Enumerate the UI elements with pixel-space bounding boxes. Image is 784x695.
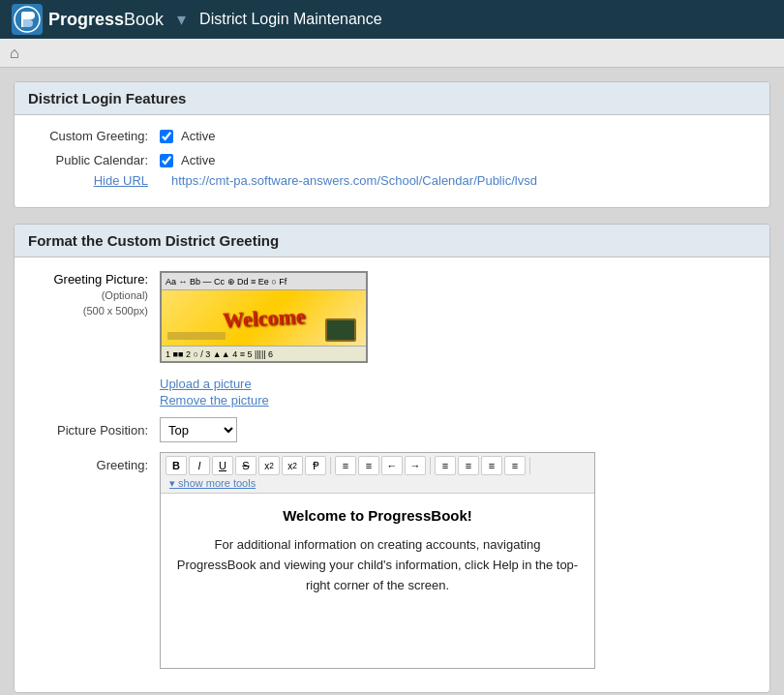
align-left-button[interactable]: ≡ (435, 456, 456, 475)
greeting-heading: Welcome to ProgressBook! (176, 507, 579, 524)
calendar-url: https://cmt-pa.software-answers.com/Scho… (171, 173, 537, 188)
custom-greeting-active: Active (181, 129, 215, 143)
features-panel: District Login Features Custom Greeting:… (14, 81, 770, 208)
greeting-label: Greeting: (24, 452, 160, 472)
toolbar-separator-2 (430, 457, 431, 474)
custom-greeting-control: Active (160, 129, 215, 143)
align-center-button[interactable]: ≡ (458, 456, 479, 475)
rte-content[interactable]: Welcome to ProgressBook! For additional … (161, 494, 594, 668)
img-toolbar: Aa ↔ Bb — Cc ⊕ Dd ≡ Ee ○ Ff (162, 273, 366, 290)
main-content: District Login Features Custom Greeting:… (0, 68, 784, 695)
greeting-panel-body: Greeting Picture: (Optional) (500 x 500p… (15, 257, 769, 692)
strikethrough-button[interactable]: S (235, 456, 256, 475)
welcome-text: Welcome (222, 303, 306, 332)
underline-button[interactable]: U (212, 456, 233, 475)
ordered-list-button[interactable]: ≡ (335, 456, 356, 475)
greeting-image: Aa ↔ Bb — Cc ⊕ Dd ≡ Ee ○ Ff Welcome 1 ■■… (160, 271, 368, 363)
picture-label-col: Greeting Picture: (Optional) (500 x 500p… (24, 271, 160, 318)
show-more-tools-link[interactable]: ▾ show more tools (169, 477, 256, 490)
toolbar-separator-3 (529, 457, 530, 474)
subscript-button[interactable]: x2 (258, 456, 280, 475)
upload-picture-link[interactable]: Upload a picture (160, 377, 269, 391)
img-bottom: 1 ■■ 2 ○ / 3 ▲▲ 4 ≡ 5 ||||| 6 (162, 346, 366, 361)
remove-picture-link[interactable]: Remove the picture (160, 393, 269, 408)
public-calendar-label: Public Calendar: (24, 153, 160, 167)
greeting-panel-title: Format the Custom District Greeting (15, 225, 769, 257)
picture-links: Upload a picture Remove the picture (160, 377, 269, 408)
logo-icon (12, 4, 43, 35)
greeting-body: For additional information on creating a… (176, 535, 579, 595)
url-row: Hide URL https://cmt-pa.software-answers… (24, 173, 760, 188)
picture-size: (500 x 500px) (24, 304, 148, 318)
url-label-col: Hide URL (24, 173, 160, 188)
picture-area: Aa ↔ Bb — Cc ⊕ Dd ≡ Ee ○ Ff Welcome 1 ■■… (160, 271, 368, 363)
app-header: ProgressBook ▾ District Login Maintenanc… (0, 0, 784, 39)
italic-button[interactable]: I (189, 456, 210, 475)
home-icon[interactable]: ⌂ (10, 45, 19, 62)
custom-greeting-checkbox[interactable] (160, 130, 173, 143)
picture-label: Greeting Picture: (24, 271, 148, 288)
picture-position-row: Picture Position: Top Bottom Left Right (24, 417, 760, 442)
indent-right-button[interactable]: → (405, 456, 426, 475)
position-select[interactable]: Top Bottom Left Right (160, 417, 237, 442)
header-dropdown-icon[interactable]: ▾ (177, 9, 186, 30)
public-calendar-active: Active (181, 153, 215, 167)
align-right-button[interactable]: ≡ (481, 456, 502, 475)
custom-greeting-row: Custom Greeting: Active (24, 129, 760, 143)
rich-text-editor: B I U S x2 x2 Ᵽ ≡ ≡ ← → ≡ ≡ (160, 452, 595, 669)
bold-button[interactable]: B (166, 456, 187, 475)
navbar: ⌂ (0, 39, 784, 68)
hide-url-link[interactable]: Hide URL (94, 173, 148, 188)
features-panel-body: Custom Greeting: Active Public Calendar:… (15, 115, 769, 207)
greeting-panel: Format the Custom District Greeting Gree… (14, 224, 770, 693)
public-calendar-row: Public Calendar: Active (24, 153, 760, 167)
picture-links-row: Upload a picture Remove the picture (24, 373, 760, 408)
public-calendar-control: Active (160, 153, 215, 167)
custom-greeting-label: Custom Greeting: (24, 129, 160, 143)
logo-text: ProgressBook (48, 10, 164, 30)
page-title: District Login Maintenance (199, 11, 382, 28)
picture-optional: (Optional) (24, 288, 148, 303)
justify-button[interactable]: ≡ (504, 456, 526, 475)
features-panel-title: District Login Features (15, 82, 769, 115)
greeting-editor-row: Greeting: B I U S x2 x2 Ᵽ ≡ ≡ ← → (24, 452, 760, 669)
logo[interactable]: ProgressBook (12, 4, 164, 35)
img-main: Welcome (162, 290, 366, 346)
clear-format-button[interactable]: Ᵽ (305, 456, 326, 475)
rte-toolbar: B I U S x2 x2 Ᵽ ≡ ≡ ← → ≡ ≡ (161, 453, 594, 494)
indent-left-button[interactable]: ← (381, 456, 403, 475)
unordered-list-button[interactable]: ≡ (358, 456, 379, 475)
superscript-button[interactable]: x2 (282, 456, 303, 475)
position-label: Picture Position: (24, 423, 160, 438)
public-calendar-checkbox[interactable] (160, 154, 173, 167)
greeting-picture-row: Greeting Picture: (Optional) (500 x 500p… (24, 271, 760, 363)
toolbar-separator-1 (330, 457, 331, 474)
